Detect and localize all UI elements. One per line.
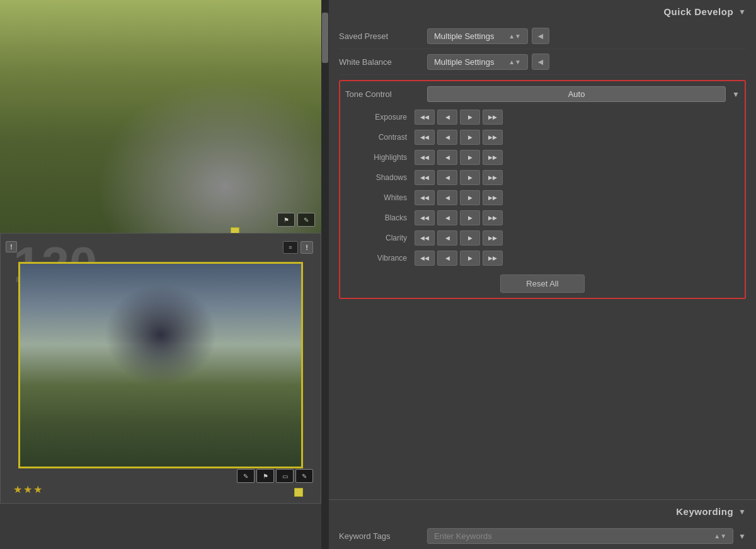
highlights-double-right[interactable]: ▶▶ (483, 150, 503, 165)
white-balance-label: White Balance (339, 57, 427, 67)
white-balance-dropdown[interactable]: Multiple Settings ▲▼ (427, 54, 528, 70)
saved-preset-row: Saved Preset Multiple Settings ▲▼ ◄ (339, 23, 746, 49)
contrast-double-right[interactable]: ▶▶ (483, 130, 503, 145)
contrast-label: Contrast (345, 133, 415, 142)
blacks-double-right[interactable]: ▶▶ (483, 210, 503, 225)
right-panel: Quick Develop ▼ Saved Preset Multiple Se… (329, 0, 756, 549)
contrast-single-left[interactable]: ◀ (437, 130, 457, 145)
vibrance-single-right[interactable]: ▶ (460, 251, 480, 266)
blacks-single-right[interactable]: ▶ (460, 210, 480, 225)
keyword-tags-input[interactable]: Enter Keywords ▲▼ (427, 528, 733, 544)
exposure-label: Exposure (345, 113, 415, 122)
blacks-steppers: ◀◀ ◀ ▶ ▶▶ (415, 210, 503, 225)
keyword-dropdown-arrow[interactable]: ▲▼ (714, 533, 726, 540)
white-balance-dropdown-arrow: ▲▼ (508, 59, 521, 65)
contrast-double-left[interactable]: ◀◀ (415, 130, 435, 145)
contrast-row: Contrast ◀◀ ◀ ▶ ▶▶ (345, 127, 740, 147)
quick-develop-title: Quick Develop (663, 6, 733, 17)
whites-single-right[interactable]: ▶ (460, 190, 480, 205)
image-bottom (20, 264, 301, 467)
exposure-double-left[interactable]: ◀◀ (415, 110, 435, 125)
keyword-tags-row: Keyword Tags Enter Keywords ▲▼ ▼ (329, 523, 756, 549)
clarity-double-right[interactable]: ▶▶ (483, 230, 503, 246)
shadows-single-left[interactable]: ◀ (437, 170, 457, 185)
whites-double-left[interactable]: ◀◀ (415, 190, 435, 205)
scrollbar-thumb[interactable] (322, 13, 328, 63)
clarity-single-left[interactable]: ◀ (437, 230, 457, 246)
saved-preset-value: Multiple Settings (434, 31, 494, 41)
exposure-single-right[interactable]: ▶ (460, 110, 480, 125)
saved-preset-dropdown[interactable]: Multiple Settings ▲▼ (427, 28, 528, 44)
thumbnail-badges: ⚑ ✎ (277, 213, 315, 227)
clarity-label: Clarity (345, 234, 415, 242)
blacks-single-left[interactable]: ◀ (437, 210, 457, 225)
vibrance-single-left[interactable]: ◀ (437, 251, 457, 266)
vibrance-label: Vibrance (345, 254, 415, 263)
item-alert-icon: ! (301, 241, 313, 254)
star-rating[interactable]: ★★★ (13, 484, 43, 495)
highlights-single-right[interactable]: ▶ (460, 150, 480, 165)
white-balance-control: Multiple Settings ▲▼ ◄ (427, 54, 746, 70)
shadows-double-left[interactable]: ◀◀ (415, 170, 435, 185)
tone-control-header: Tone Control Auto ▼ (345, 86, 740, 102)
exposure-double-right[interactable]: ▶▶ (483, 110, 503, 125)
shadows-double-right[interactable]: ▶▶ (483, 170, 503, 185)
shadows-row: Shadows ◀◀ ◀ ▶ ▶▶ (345, 167, 740, 188)
edit2-icon[interactable]: ✎ (237, 469, 255, 483)
saved-preset-control: Multiple Settings ▲▼ ◄ (427, 28, 746, 44)
saved-preset-dropdown-arrow: ▲▼ (508, 33, 521, 40)
vibrance-double-right[interactable]: ▶▶ (483, 251, 503, 266)
keyword-tags-label: Keyword Tags (339, 531, 427, 541)
white-balance-row: White Balance Multiple Settings ▲▼ ◄ (339, 49, 746, 75)
keywording-title: Keywording (676, 506, 733, 517)
shadows-single-right[interactable]: ▶ (460, 170, 480, 185)
white-balance-value: Multiple Settings (434, 57, 494, 67)
keyword-expand-arrow[interactable]: ▼ (738, 532, 746, 541)
contrast-single-right[interactable]: ▶ (460, 130, 480, 145)
quick-develop-header: Quick Develop ▼ (329, 0, 756, 23)
vibrance-double-left[interactable]: ◀◀ (415, 251, 435, 266)
clarity-double-left[interactable]: ◀◀ (415, 230, 435, 246)
crop-icon[interactable]: ▭ (276, 469, 294, 483)
color-label-yellow[interactable] (231, 227, 239, 233)
blacks-double-left[interactable]: ◀◀ (415, 210, 435, 225)
item-icons-top: ≡ ! (283, 241, 313, 254)
highlights-row: Highlights ◀◀ ◀ ▶ ▶▶ (345, 147, 740, 167)
adjust-icon[interactable]: ✎ (295, 469, 313, 483)
keyword-tags-placeholder: Enter Keywords (434, 531, 492, 541)
flag2-icon[interactable]: ⚑ (256, 469, 274, 483)
thumbnail-inner (18, 262, 303, 468)
tone-control-section: Tone Control Auto ▼ Exposure ◀◀ ◀ ▶ ▶▶ C… (339, 80, 746, 299)
clarity-single-right[interactable]: ▶ (460, 230, 480, 246)
reset-all-button[interactable]: Reset All (500, 274, 584, 293)
whites-label: Whites (345, 193, 415, 202)
tone-auto-button[interactable]: Auto (427, 86, 726, 102)
badge-flag-icon[interactable]: ⚑ (277, 213, 295, 227)
keywording-chevron[interactable]: ▼ (738, 507, 746, 516)
whites-double-right[interactable]: ▶▶ (483, 190, 503, 205)
exposure-steppers: ◀◀ ◀ ▶ ▶▶ (415, 110, 503, 125)
vibrance-steppers: ◀◀ ◀ ▶ ▶▶ (415, 251, 503, 266)
shadows-label: Shadows (345, 173, 415, 182)
whites-single-left[interactable]: ◀ (437, 190, 457, 205)
reset-row: Reset All (345, 274, 740, 293)
whites-row: Whites ◀◀ ◀ ▶ ▶▶ (345, 188, 740, 208)
blacks-label: Blacks (345, 213, 415, 222)
color-label-yellow-2[interactable] (294, 488, 303, 497)
quick-develop-chevron[interactable]: ▼ (738, 8, 746, 16)
badge-edit-icon[interactable]: ✎ (297, 213, 315, 227)
highlights-single-left[interactable]: ◀ (437, 150, 457, 165)
saved-preset-back-arrow[interactable]: ◄ (532, 28, 549, 44)
item-menu-icon[interactable]: ≡ (283, 241, 298, 254)
vibrance-row: Vibrance ◀◀ ◀ ▶ ▶▶ (345, 248, 740, 268)
exposure-single-left[interactable]: ◀ (437, 110, 457, 125)
bottom-icons: ✎ ⚑ ▭ ✎ (237, 469, 313, 483)
thumbnail-top: ⚑ ✎ (0, 0, 321, 233)
clarity-steppers: ◀◀ ◀ ▶ ▶▶ (415, 230, 503, 246)
highlights-double-left[interactable]: ◀◀ (415, 150, 435, 165)
saved-preset-label: Saved Preset (339, 31, 427, 41)
white-balance-back-arrow[interactable]: ◄ (532, 54, 549, 70)
tone-chevron[interactable]: ▼ (732, 90, 740, 99)
highlights-label: Highlights (345, 153, 415, 162)
scrollbar[interactable] (321, 0, 329, 549)
